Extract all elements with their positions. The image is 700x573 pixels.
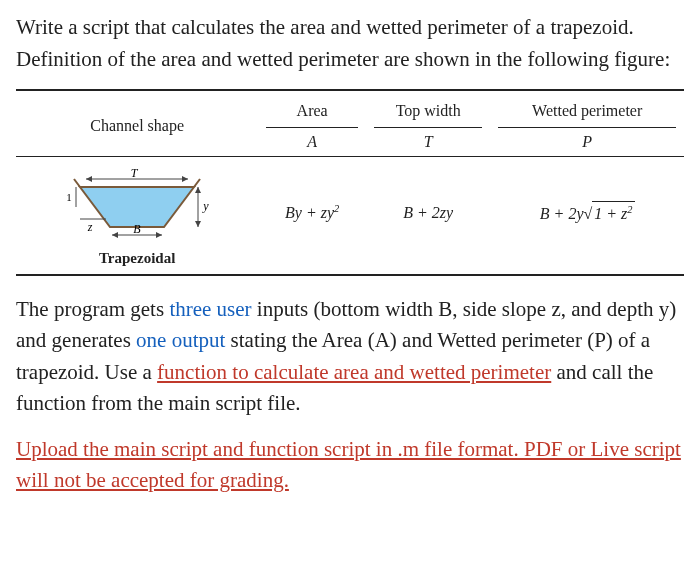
col-header-area-label: Area <box>266 99 358 125</box>
svg-marker-8 <box>195 221 201 227</box>
diagram-y-label: y <box>202 199 209 213</box>
diagram-T-label: T <box>131 166 139 180</box>
p2-t1: The program gets <box>16 297 169 321</box>
diagram-1-label: 1 <box>66 191 72 203</box>
area-formula-text: By + zy <box>285 204 334 221</box>
svg-marker-13 <box>156 232 162 238</box>
instruction-paragraph-1: Write a script that calculates the area … <box>16 12 684 75</box>
table-row: T y 1 z <box>16 157 684 275</box>
svg-line-1 <box>74 179 80 187</box>
p2-red1: function to calculate area and wetted pe… <box>157 360 551 384</box>
col-header-topwidth-sub: T <box>374 127 482 154</box>
col-header-shape-label: Channel shape <box>24 114 250 140</box>
col-header-area-sub: A <box>266 127 358 154</box>
wetted-sqrt-body: 1 + z <box>594 205 627 222</box>
area-formula-sup: 2 <box>334 203 339 214</box>
shape-label: Trapezoidal <box>20 247 254 270</box>
svg-marker-4 <box>86 176 92 182</box>
svg-marker-5 <box>182 176 188 182</box>
wetted-sqrt-sup: 2 <box>627 203 632 214</box>
cell-wetted: B + 2y√1 + z2 <box>490 157 684 275</box>
topwidth-formula-text: B + 2zy <box>403 204 453 221</box>
trapezoid-diagram-icon: T y 1 z <box>62 165 212 245</box>
col-header-topwidth: Top width T <box>366 90 490 157</box>
col-header-wetted: Wetted perimeter P <box>490 90 684 157</box>
cell-area: By + zy2 <box>258 157 366 275</box>
svg-marker-0 <box>80 187 194 227</box>
col-header-topwidth-label: Top width <box>374 99 482 125</box>
instruction-paragraph-3: Upload the main script and function scri… <box>16 434 684 497</box>
col-header-wetted-sub: P <box>498 127 676 154</box>
diagram-z-label: z <box>87 220 93 234</box>
cell-shape: T y 1 z <box>16 157 258 275</box>
para1-text: Write a script that calculates the area … <box>16 15 670 71</box>
svg-marker-12 <box>112 232 118 238</box>
svg-line-2 <box>194 179 200 187</box>
col-header-area: Area A <box>258 90 366 157</box>
wetted-formula-prefix: B + 2y <box>540 205 584 222</box>
p2-blue2: one output <box>136 328 225 352</box>
cell-topwidth: B + 2zy <box>366 157 490 275</box>
instruction-paragraph-2: The program gets three user inputs (bott… <box>16 294 684 420</box>
p2-blue1: three user <box>169 297 251 321</box>
col-header-shape: Channel shape <box>16 90 258 157</box>
diagram-B-label: B <box>133 222 141 236</box>
col-header-wetted-label: Wetted perimeter <box>498 99 676 125</box>
svg-marker-7 <box>195 187 201 193</box>
formula-table: Channel shape Area A Top width T Wetted … <box>16 89 684 276</box>
p3-red1: Upload the main script and function scri… <box>16 437 681 493</box>
